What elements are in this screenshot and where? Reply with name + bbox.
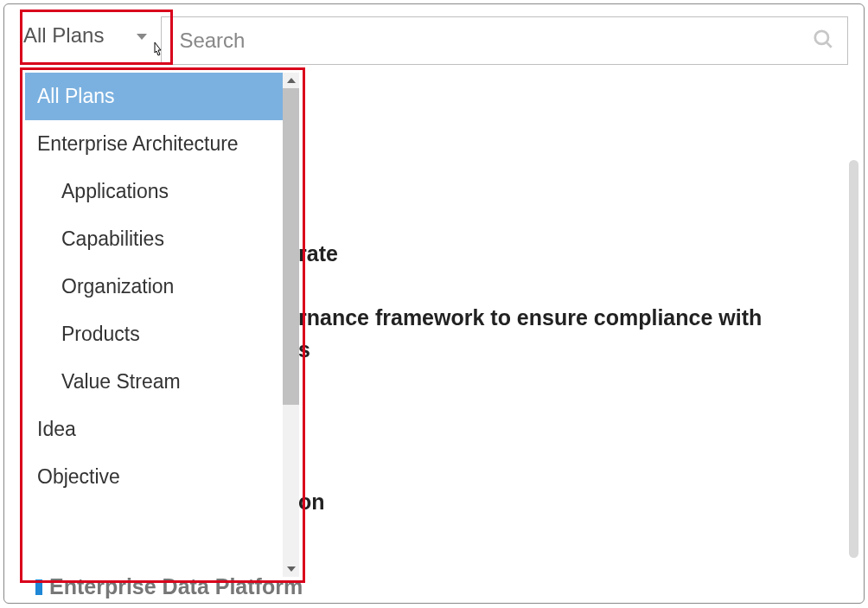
scroll-up-arrow-icon[interactable] [283, 73, 299, 88]
plan-filter-dropdown-trigger[interactable]: All Plans [20, 16, 150, 54]
dropdown-scrollbar[interactable] [283, 73, 299, 577]
svg-line-1 [827, 42, 831, 47]
search-container [161, 16, 848, 65]
item-color-marker [35, 579, 42, 595]
dropdown-option[interactable]: Products [25, 310, 283, 358]
scroll-thumb[interactable] [283, 88, 299, 405]
plan-filter-label: All Plans [23, 23, 104, 48]
svg-marker-2 [287, 78, 296, 83]
search-icon [812, 28, 834, 54]
top-bar: All Plans [4, 4, 864, 74]
search-input[interactable] [161, 16, 848, 65]
svg-marker-3 [287, 566, 296, 572]
dropdown-option[interactable]: Idea [25, 406, 283, 453]
bottom-item-label: Enterprise Data Platform [49, 574, 303, 599]
svg-point-0 [815, 31, 828, 44]
dropdown-option[interactable]: Capabilities [25, 215, 283, 263]
dropdown-option[interactable]: Value Stream [25, 358, 283, 406]
app-frame: All Plans rate rnance framework to ensur… [3, 3, 865, 604]
dropdown-option[interactable]: Enterprise Architecture [25, 120, 283, 168]
dropdown-list: All PlansEnterprise ArchitectureApplicat… [25, 73, 283, 577]
caret-down-icon [137, 34, 147, 40]
scroll-track[interactable] [283, 88, 299, 561]
scroll-down-arrow-icon[interactable] [283, 561, 299, 577]
dropdown-option[interactable]: Applications [25, 168, 283, 215]
dropdown-option[interactable]: Objective [25, 453, 283, 501]
dropdown-option[interactable]: All Plans [25, 73, 283, 120]
page-scrollbar-thumb[interactable] [849, 160, 858, 558]
plan-filter-dropdown: All PlansEnterprise ArchitectureApplicat… [25, 73, 299, 577]
bottom-list-item[interactable]: Enterprise Data Platform [35, 574, 303, 599]
dropdown-option[interactable]: Organization [25, 263, 283, 310]
